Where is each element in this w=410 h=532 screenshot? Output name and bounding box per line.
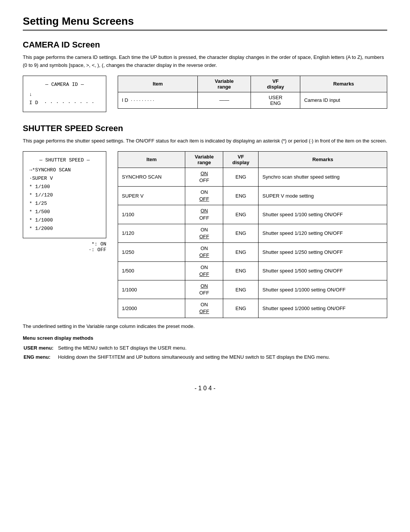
on-value: ON xyxy=(200,227,208,233)
shutter-line-4: * 1//120 xyxy=(29,191,100,200)
shutter-col-item: Item xyxy=(118,151,185,168)
shutter-row-superv-variable: ON OFF xyxy=(185,187,223,205)
on-value: ON xyxy=(200,302,208,307)
shutter-row-120-vf: ENG xyxy=(223,224,259,242)
camera-id-row-variable: —— xyxy=(198,92,251,108)
shutter-col-variable: Variablerange xyxy=(185,151,223,168)
camera-id-col-item: Item xyxy=(118,76,198,92)
shutter-col-vf: VFdisplay xyxy=(223,151,259,168)
camera-id-title: CAMERA ID Screen xyxy=(23,40,387,50)
off-value: OFF xyxy=(199,271,209,277)
on-value: ON xyxy=(200,171,208,176)
shutter-line-5: * 1/25 xyxy=(29,200,100,208)
eng-menu-text: Holding down the SHIFT/ITEM and UP butto… xyxy=(58,353,334,361)
shutter-row-synchro-remarks: Synchro scan shutter speed setting xyxy=(259,168,387,186)
shutter-line-6: * 1/500 xyxy=(29,208,100,216)
camera-id-screen-title: — CAMERA ID — xyxy=(29,81,100,89)
shutter-row-1000-remarks: Shutter speed 1/1000 setting ON/OFF xyxy=(259,280,387,299)
table-row: 1/100 ON OFF ENG Shutter speed 1/100 set… xyxy=(118,205,387,224)
shutter-line-1: →*SYNCHRO SCAN xyxy=(29,166,100,174)
shutter-speed-section: SHUTTER SPEED Screen This page performs … xyxy=(23,124,387,318)
off-value: OFF xyxy=(199,234,209,239)
shutter-line-3: * 1/100 xyxy=(29,183,100,191)
shutter-row-120-item: 1/120 xyxy=(118,224,185,242)
table-row: SUPER V ON OFF ENG SUPER V mode setting xyxy=(118,187,387,205)
table-row: 1/1000 ON OFF ENG Shutter speed 1/1000 s… xyxy=(118,280,387,299)
camera-id-screen-content: ↓ I D · · · · · · · · · xyxy=(29,90,100,107)
shutter-line-7: * 1/1000 xyxy=(29,216,100,225)
shutter-row-120-remarks: Shutter speed 1/120 setting ON/OFF xyxy=(259,224,387,242)
eng-menu-label: ENG menu: xyxy=(24,353,57,361)
shutter-row-1000-item: 1/1000 xyxy=(118,280,185,299)
table-row: 1/120 ON OFF ENG Shutter speed 1/120 set… xyxy=(118,224,387,242)
shutter-row-120-variable: ON OFF xyxy=(185,224,223,242)
shutter-line-2: ·SUPER V xyxy=(29,174,100,183)
camera-id-col-variable: Variablerange xyxy=(198,76,251,92)
page-title: Setting Menu Screens xyxy=(23,15,387,31)
menu-methods: Menu screen display methods USER menu: S… xyxy=(23,335,387,362)
on-value: ON xyxy=(200,245,208,251)
user-menu-row: USER menu: Setting the MENU switch to SE… xyxy=(24,344,334,352)
shutter-row-100-remarks: Shutter speed 1/100 setting ON/OFF xyxy=(259,205,387,224)
shutter-row-100-item: 1/100 xyxy=(118,205,185,224)
off-value: OFF xyxy=(199,309,209,314)
camera-id-layout: — CAMERA ID — ↓ I D · · · · · · · · · It… xyxy=(23,76,387,112)
shutter-row-500-vf: ENG xyxy=(223,261,259,280)
shutter-row-superv-remarks: SUPER V mode setting xyxy=(259,187,387,205)
shutter-row-250-remarks: Shutter speed 1/250 setting ON/OFF xyxy=(259,243,387,261)
camera-id-description: This page performs the camera ID setting… xyxy=(23,54,387,70)
camera-id-row-item: I D · · · · · · · · · xyxy=(118,92,198,108)
off-value: OFF xyxy=(199,215,209,221)
camera-id-section: CAMERA ID Screen This page performs the … xyxy=(23,40,387,112)
shutter-row-250-vf: ENG xyxy=(223,243,259,261)
page-number: - 1 0 4 - xyxy=(23,385,387,392)
menu-methods-title: Menu screen display methods xyxy=(23,335,387,341)
shutter-row-superv-vf: ENG xyxy=(223,187,259,205)
shutter-speed-layout: — SHUTTER SPEED — →*SYNCHRO SCAN ·SUPER … xyxy=(23,151,387,318)
shutter-legend: *: ON ·: OFF xyxy=(23,241,106,253)
shutter-row-1000-vf: ENG xyxy=(223,280,259,299)
menu-methods-table: USER menu: Setting the MENU switch to SE… xyxy=(23,343,334,362)
shutter-row-100-variable: ON OFF xyxy=(185,205,223,224)
preset-note: The underlined setting in the Variable r… xyxy=(23,323,387,329)
shutter-speed-screen: — SHUTTER SPEED — →*SYNCHRO SCAN ·SUPER … xyxy=(23,151,106,238)
table-row: 1/250 ON OFF ENG Shutter speed 1/250 set… xyxy=(118,243,387,261)
shutter-speed-description: This page performs the shutter speed set… xyxy=(23,137,387,145)
shutter-row-synchro-vf: ENG xyxy=(223,168,259,186)
shutter-row-2000-variable: ON OFF xyxy=(185,299,223,318)
shutter-line-8: * 1/2000 xyxy=(29,225,100,233)
legend-off: ·: OFF xyxy=(88,247,106,253)
off-value: OFF xyxy=(199,290,209,296)
table-row: 1/2000 ON OFF ENG Shutter speed 1/2000 s… xyxy=(118,299,387,318)
shutter-row-2000-remarks: Shutter speed 1/2000 setting ON/OFF xyxy=(259,299,387,318)
legend-on: *: ON xyxy=(91,241,106,247)
shutter-row-250-item: 1/250 xyxy=(118,243,185,261)
eng-menu-row: ENG menu: Holding down the SHIFT/ITEM an… xyxy=(24,353,334,361)
camera-id-screen: — CAMERA ID — ↓ I D · · · · · · · · · xyxy=(23,76,106,112)
shutter-row-synchro-item: SYNCHRO SCAN xyxy=(118,168,185,186)
shutter-row-synchro-variable: ON OFF xyxy=(185,168,223,186)
shutter-row-superv-item: SUPER V xyxy=(118,187,185,205)
camera-id-screen-line-2: I D · · · · · · · · · xyxy=(29,99,100,107)
off-value: OFF xyxy=(199,252,209,258)
off-value: OFF xyxy=(199,196,209,202)
camera-id-col-remarks: Remarks xyxy=(300,76,387,92)
shutter-speed-screen-content: →*SYNCHRO SCAN ·SUPER V * 1/100 * 1//120… xyxy=(29,166,100,233)
table-row: SYNCHRO SCAN ON OFF ENG Synchro scan shu… xyxy=(118,168,387,186)
shutter-speed-screen-title: — SHUTTER SPEED — xyxy=(29,156,100,165)
user-menu-label: USER menu: xyxy=(24,344,57,352)
shutter-row-2000-item: 1/2000 xyxy=(118,299,185,318)
on-value: ON xyxy=(200,264,208,270)
shutter-row-2000-vf: ENG xyxy=(223,299,259,318)
on-value: ON xyxy=(200,283,208,289)
off-value: OFF xyxy=(199,177,209,183)
shutter-row-250-variable: ON OFF xyxy=(185,243,223,261)
camera-id-screen-line-1: ↓ xyxy=(29,90,100,99)
camera-id-row-vf: USERENG xyxy=(251,92,300,108)
shutter-row-500-remarks: Shutter speed 1/500 setting ON/OFF xyxy=(259,261,387,280)
shutter-speed-table: Item Variablerange VFdisplay Remarks SYN… xyxy=(118,151,387,318)
camera-id-col-vf: VFdisplay xyxy=(251,76,300,92)
shutter-row-1000-variable: ON OFF xyxy=(185,280,223,299)
table-row: 1/500 ON OFF ENG Shutter speed 1/500 set… xyxy=(118,261,387,280)
on-value: ON xyxy=(200,189,208,195)
